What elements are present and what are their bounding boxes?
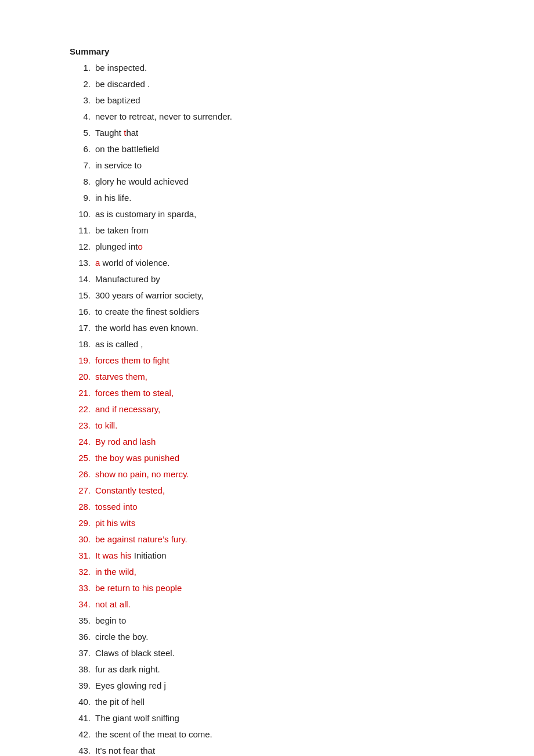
item-text: Manufactured by [95, 272, 160, 286]
item-text: Claws of black steel. [95, 646, 175, 660]
list-item: 29.pit his wits [70, 516, 464, 530]
list-item: 24.By rod and lash [70, 435, 464, 449]
list-item: 36.circle the boy. [70, 630, 464, 644]
item-number: 16. [70, 305, 91, 319]
list-item: 10.as is customary in sparda, [70, 207, 464, 221]
item-number: 17. [70, 321, 91, 335]
list-item: 32.in the wild, [70, 565, 464, 579]
item-text: plunged into [95, 240, 143, 254]
list-item: 26.show no pain, no mercy. [70, 467, 464, 481]
list-item: 43.It’s not fear that [70, 744, 464, 756]
item-text: a world of violence. [95, 256, 169, 270]
list-item: 18.as is called , [70, 337, 464, 351]
item-number: 4. [70, 110, 91, 124]
item-number: 26. [70, 467, 91, 481]
list-item: 33.be return to his people [70, 581, 464, 595]
list-item: 4.never to retreat, never to surrender. [70, 110, 464, 124]
list-item: 27.Constantly tested, [70, 484, 464, 498]
item-text: It was his Initiation [95, 549, 167, 563]
list-item: 1.be inspected. [70, 61, 464, 75]
item-text: be inspected. [95, 61, 147, 75]
item-text: pit his wits [95, 516, 135, 530]
item-number: 23. [70, 419, 91, 433]
item-text: tossed into [95, 500, 138, 514]
item-number: 24. [70, 435, 91, 449]
list-item: 35.begin to [70, 614, 464, 628]
list-item: 14.Manufactured by [70, 272, 464, 286]
item-number: 30. [70, 532, 91, 546]
list-item: 15.300 years of warrior society, [70, 289, 464, 303]
item-text: the pit of hell [95, 695, 145, 709]
item-text: starves them, [95, 370, 147, 384]
item-number: 7. [70, 159, 91, 172]
item-text: By rod and lash [95, 435, 156, 449]
item-text: in service to [95, 159, 142, 172]
item-text: be taken from [95, 224, 149, 237]
item-number: 21. [70, 386, 91, 400]
item-number: 34. [70, 597, 91, 611]
item-number: 41. [70, 711, 91, 725]
page-container: Summary 1.be inspected.2.be discarded .3… [70, 46, 464, 756]
item-text: be return to his people [95, 581, 182, 595]
list-item: 37.Claws of black steel. [70, 646, 464, 660]
list-item: 3.be baptized [70, 93, 464, 107]
item-number: 38. [70, 663, 91, 676]
item-number: 14. [70, 272, 91, 286]
item-number: 18. [70, 337, 91, 351]
item-text: to kill. [95, 419, 117, 433]
list-item: 16.to create the finest soldiers [70, 305, 464, 319]
item-text: the scent of the meat to come. [95, 728, 212, 741]
item-text: begin to [95, 614, 126, 628]
summary-list: 1.be inspected.2.be discarded .3.be bapt… [70, 61, 464, 756]
item-text: be against nature’s fury. [95, 532, 187, 546]
item-text: show no pain, no mercy. [95, 467, 189, 481]
item-number: 32. [70, 565, 91, 579]
list-item: 38.fur as dark night. [70, 663, 464, 676]
item-number: 40. [70, 695, 91, 709]
list-item: 41.The giant wolf sniffing [70, 711, 464, 725]
item-number: 27. [70, 484, 91, 498]
item-number: 31. [70, 549, 91, 563]
item-text: the world has even known. [95, 321, 199, 335]
list-item: 30.be against nature’s fury. [70, 532, 464, 546]
list-item: 5.Taught that [70, 126, 464, 140]
item-number: 35. [70, 614, 91, 628]
list-item: 25.the boy was punished [70, 451, 464, 465]
item-number: 20. [70, 370, 91, 384]
list-item: 42.the scent of the meat to come. [70, 728, 464, 741]
item-text: forces them to steal, [95, 386, 174, 400]
list-item: 19.forces them to fight [70, 354, 464, 368]
item-number: 43. [70, 744, 91, 756]
item-number: 11. [70, 224, 91, 237]
item-text: as is customary in sparda, [95, 207, 196, 221]
list-item: 9.in his life. [70, 191, 464, 205]
item-number: 1. [70, 61, 91, 75]
item-text: Constantly tested, [95, 484, 165, 498]
list-item: 12.plunged into [70, 240, 464, 254]
item-text: Eyes glowing red j [95, 679, 166, 693]
list-item: 22.and if necessary, [70, 402, 464, 416]
list-item: 28.tossed into [70, 500, 464, 514]
item-number: 25. [70, 451, 91, 465]
list-item: 8.glory he would achieved [70, 175, 464, 189]
list-item: 13.a world of violence. [70, 256, 464, 270]
item-text: be baptized [95, 93, 140, 107]
item-number: 15. [70, 289, 91, 303]
item-number: 12. [70, 240, 91, 254]
item-number: 9. [70, 191, 91, 205]
item-number: 39. [70, 679, 91, 693]
item-text: forces them to fight [95, 354, 169, 368]
list-item: 20.starves them, [70, 370, 464, 384]
item-number: 6. [70, 142, 91, 156]
item-number: 19. [70, 354, 91, 368]
item-text: not at all. [95, 597, 131, 611]
item-text: circle the boy. [95, 630, 148, 644]
list-item: 31.It was his Initiation [70, 549, 464, 563]
item-number: 36. [70, 630, 91, 644]
item-number: 22. [70, 402, 91, 416]
list-item: 11.be taken from [70, 224, 464, 237]
list-item: 39.Eyes glowing red j [70, 679, 464, 693]
item-number: 8. [70, 175, 91, 189]
item-number: 42. [70, 728, 91, 741]
item-text: and if necessary, [95, 402, 160, 416]
